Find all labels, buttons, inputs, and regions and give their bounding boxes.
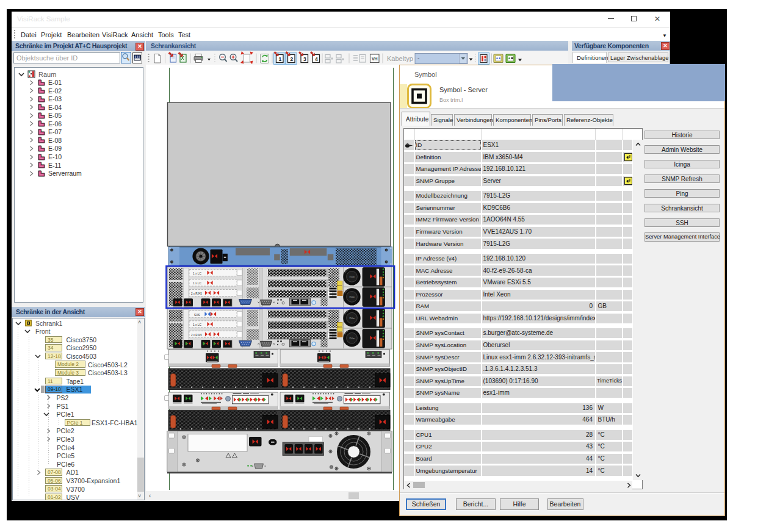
svg-text:Kabeltyp: Kabeltyp [387,55,413,62]
svg-text:4: 4 [315,56,318,62]
svg-text:750w: 750w [349,296,355,298]
svg-text:750w: 750w [349,276,355,278]
svg-text:SAS: SAS [194,314,200,317]
svg-text:1: 1 [278,56,281,62]
svg-text:VH: VH [372,57,378,61]
svg-text:-: - [417,55,419,62]
svg-text:1 x LC: 1 x LC [193,282,201,285]
svg-text:1 x LC: 1 x LC [193,272,201,275]
svg-text:2 x RJ45: 2 x RJ45 [191,292,202,295]
svg-text:2: 2 [290,56,293,62]
svg-text:3: 3 [303,56,306,62]
